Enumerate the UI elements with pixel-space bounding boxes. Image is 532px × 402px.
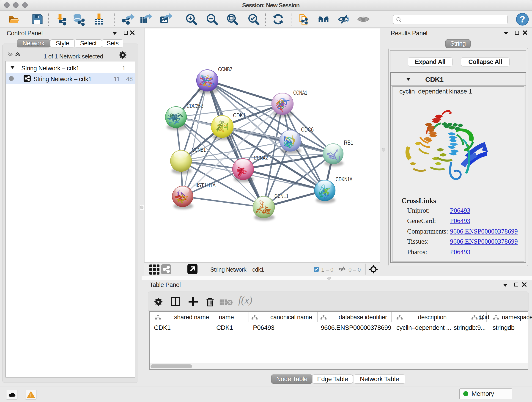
svg-text:CCNB2: CCNB2 — [218, 66, 232, 73]
svg-text:?: ? — [520, 14, 525, 24]
svg-text:RB1: RB1 — [344, 139, 353, 146]
svg-text:CCNA2: CCNA2 — [254, 154, 268, 161]
svg-text:CDC25B: CDC25B — [187, 102, 203, 109]
svg-text:CDC6: CDC6 — [301, 126, 314, 133]
svg-text:CCNA1: CCNA1 — [293, 89, 307, 96]
svg-text:HIST1H1A: HIST1H1A — [193, 182, 216, 189]
svg-text:CCNB1: CCNB1 — [192, 146, 206, 153]
svg-text:CCNE1: CCNE1 — [274, 192, 288, 199]
svg-text:CDKN1A: CDKN1A — [336, 176, 352, 183]
svg-text:CDK1: CDK1 — [233, 112, 246, 119]
